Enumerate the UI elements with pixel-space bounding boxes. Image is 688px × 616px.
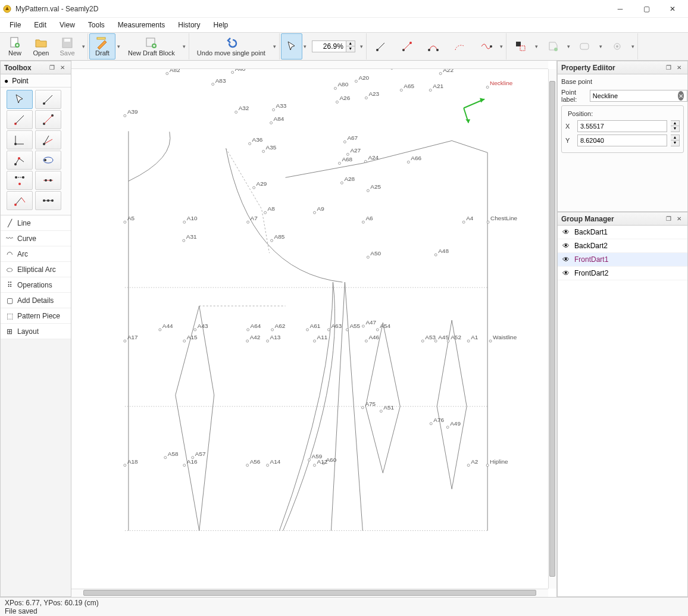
pattern-point[interactable] — [235, 111, 237, 113]
property-close-icon[interactable]: ✕ — [674, 63, 684, 73]
tool-point-bisector[interactable] — [35, 130, 61, 149]
category-details[interactable]: ▢Add Details — [1, 293, 71, 308]
zoom-down[interactable]: ▼ — [346, 46, 355, 52]
pattern-point[interactable] — [183, 239, 185, 242]
tool-point-line[interactable] — [35, 90, 61, 109]
scrollbar-horizontal[interactable] — [71, 589, 548, 597]
settings-tool[interactable] — [604, 33, 630, 60]
label-dropdown[interactable]: ▾ — [598, 33, 604, 60]
settings-dropdown[interactable]: ▾ — [630, 33, 636, 60]
piece-dropdown[interactable]: ▾ — [566, 33, 572, 60]
undo-button[interactable]: Undo move single point — [190, 33, 272, 60]
pattern-point[interactable] — [486, 464, 489, 467]
pattern-point[interactable] — [430, 423, 432, 425]
x-down[interactable]: ▼ — [671, 126, 679, 132]
pattern-point[interactable] — [336, 101, 338, 103]
new-button[interactable]: New — [2, 33, 28, 60]
x-input[interactable] — [577, 120, 667, 132]
pattern-point[interactable] — [367, 256, 369, 258]
pattern-point[interactable] — [334, 87, 336, 90]
pattern-point[interactable] — [313, 340, 315, 342]
pattern-point[interactable] — [380, 410, 382, 412]
tool-point-perpendicular[interactable] — [7, 130, 33, 149]
pattern-point[interactable] — [267, 340, 269, 342]
pattern-point[interactable] — [340, 182, 343, 184]
close-button[interactable]: ✕ — [659, 1, 686, 17]
pattern-point[interactable] — [365, 96, 367, 99]
pattern-point[interactable] — [362, 325, 364, 327]
spline-tool[interactable] — [473, 33, 499, 60]
tool-point-triangle[interactable] — [7, 171, 33, 190]
pointer-tool-button[interactable] — [281, 33, 302, 60]
property-undock-icon[interactable]: ❐ — [664, 63, 673, 73]
pattern-point[interactable] — [486, 86, 489, 89]
zoom-dropdown[interactable]: ▾ — [359, 33, 365, 60]
pattern-point[interactable] — [362, 221, 364, 223]
pattern-point[interactable] — [307, 329, 309, 331]
category-operations[interactable]: ⠿Operations — [1, 277, 71, 293]
pattern-point[interactable] — [271, 239, 273, 242]
pattern-point[interactable] — [421, 340, 424, 342]
menu-measurements[interactable]: Measurements — [112, 19, 171, 31]
pattern-point[interactable] — [447, 340, 449, 342]
tool-point-endline[interactable] — [7, 110, 33, 129]
pattern-point[interactable] — [270, 121, 273, 124]
open-button[interactable]: Open — [28, 33, 54, 60]
eye-icon[interactable]: 👁 — [562, 269, 570, 277]
pattern-point[interactable] — [346, 329, 348, 331]
tool-point-shoulder[interactable] — [7, 151, 33, 170]
pattern-point[interactable] — [313, 464, 315, 467]
pattern-point[interactable] — [253, 186, 255, 189]
category-pattern-piece[interactable]: ⬚Pattern Piece — [1, 308, 71, 324]
pattern-point[interactable] — [390, 69, 393, 70]
pattern-point[interactable] — [364, 160, 367, 162]
category-line[interactable]: ╱Line — [1, 215, 71, 231]
pattern-point[interactable] — [327, 329, 330, 331]
pattern-point[interactable] — [273, 108, 275, 111]
pattern-point[interactable] — [346, 153, 349, 155]
x-up[interactable]: ▲ — [671, 121, 679, 126]
pattern-point[interactable] — [183, 340, 186, 342]
menu-help[interactable]: Help — [208, 19, 234, 31]
pattern-point[interactable] — [183, 464, 186, 467]
pattern-point[interactable] — [308, 459, 311, 461]
pattern-point[interactable] — [400, 89, 402, 92]
pattern-point[interactable] — [159, 329, 161, 331]
pattern-point[interactable] — [247, 221, 249, 223]
minimize-button[interactable]: ─ — [607, 1, 633, 17]
piece-tool[interactable] — [540, 33, 566, 60]
pattern-point[interactable] — [467, 464, 470, 467]
pattern-point[interactable] — [355, 80, 357, 83]
pattern-point[interactable] — [212, 83, 214, 86]
pattern-point[interactable] — [365, 340, 367, 342]
pattern-point[interactable] — [264, 211, 267, 214]
pattern-point[interactable] — [407, 161, 409, 163]
pattern-point[interactable] — [462, 221, 465, 223]
pattern-point[interactable] — [313, 211, 315, 214]
pattern-point[interactable] — [166, 73, 168, 75]
group-item[interactable]: 👁FrontDart2 — [558, 267, 687, 280]
pattern-point[interactable] — [467, 340, 470, 342]
pattern-point[interactable] — [232, 71, 234, 74]
pattern-point[interactable] — [124, 114, 126, 117]
maximize-button[interactable]: ▢ — [633, 1, 659, 17]
menu-edit[interactable]: Edit — [28, 19, 52, 31]
group-item[interactable]: 👁FrontDart1 — [558, 253, 687, 267]
toolbox-undock-icon[interactable]: ❐ — [47, 63, 57, 73]
pattern-point[interactable] — [489, 340, 492, 342]
pattern-point[interactable] — [124, 340, 126, 342]
pattern-point[interactable] — [249, 142, 251, 145]
clear-label-icon[interactable]: ✕ — [678, 91, 684, 101]
menu-history[interactable]: History — [172, 19, 206, 31]
pattern-point[interactable] — [247, 329, 249, 331]
linetools-dropdown[interactable]: ▾ — [499, 33, 505, 60]
curve-tool-1[interactable] — [420, 33, 446, 60]
draft-mode-button[interactable]: Draft — [89, 33, 115, 60]
pattern-point[interactable] — [124, 464, 126, 467]
pattern-point[interactable] — [367, 189, 369, 192]
tool-point-alongline[interactable] — [35, 110, 61, 129]
category-curve[interactable]: 〰Curve — [1, 231, 71, 246]
eye-icon[interactable]: 👁 — [562, 255, 570, 264]
pattern-point[interactable] — [429, 89, 431, 92]
pattern-point[interactable] — [361, 407, 364, 409]
